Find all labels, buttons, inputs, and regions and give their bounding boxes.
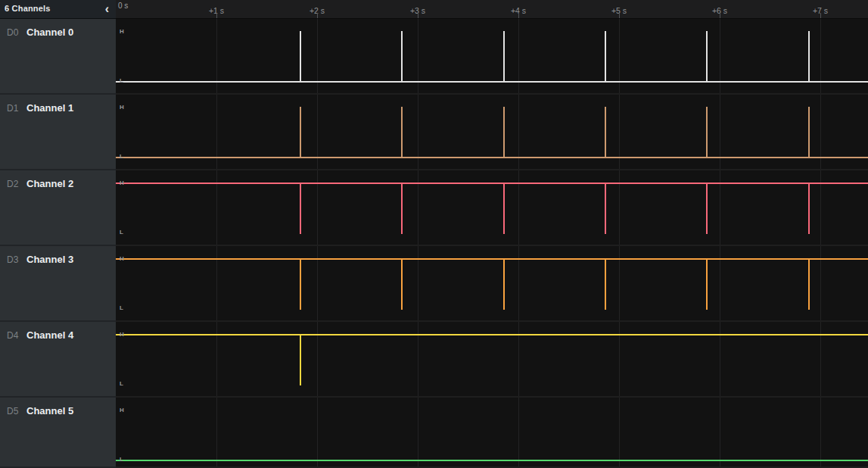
channel-count-label: 6 Channels bbox=[5, 4, 51, 13]
time-origin-label: 0 s bbox=[118, 2, 128, 10]
time-tick-mark bbox=[518, 13, 519, 18]
high-level-label: H bbox=[120, 331, 124, 338]
signal-pulse bbox=[706, 183, 708, 234]
sidebar-channel-row[interactable]: D5Channel 5 bbox=[0, 398, 116, 468]
channel-id-label: D5 bbox=[7, 406, 18, 417]
waveform-area[interactable]: HLHLHLHLHLHL bbox=[116, 19, 868, 468]
channel-name-label: Channel 5 bbox=[26, 405, 73, 417]
high-level-label: H bbox=[120, 28, 124, 35]
logic-analyzer-window: 6 Channels ‹ D0Channel 0D1Channel 1D2Cha… bbox=[0, 0, 868, 468]
signal-pulse bbox=[808, 107, 810, 158]
high-level-label: H bbox=[120, 179, 124, 186]
waveform-channel-row[interactable]: HL bbox=[116, 246, 868, 322]
sidebar-header: 6 Channels ‹ bbox=[0, 0, 116, 19]
signal-pulse bbox=[503, 107, 505, 158]
time-tick-mark bbox=[720, 13, 720, 18]
signal-baseline bbox=[116, 334, 868, 335]
waveform-channel-row[interactable]: HL bbox=[116, 398, 868, 468]
signal-pulse bbox=[300, 107, 301, 158]
waveform-channel-row[interactable]: HL bbox=[116, 322, 868, 398]
sidebar-channel-row[interactable]: D4Channel 4 bbox=[0, 322, 116, 398]
time-tick-mark bbox=[216, 13, 217, 18]
low-level-label: L bbox=[120, 229, 123, 236]
signal-pulse bbox=[605, 258, 606, 310]
signal-pulse bbox=[605, 31, 606, 83]
time-ruler[interactable]: 0 s +1 s+2 s+3 s+4 s+5 s+6 s+7 s bbox=[116, 0, 868, 19]
low-level-label: L bbox=[120, 153, 123, 160]
low-level-label: L bbox=[120, 456, 123, 463]
channel-name-label: Channel 2 bbox=[26, 178, 73, 189]
signal-baseline bbox=[116, 460, 868, 461]
low-level-label: L bbox=[120, 304, 123, 311]
channel-id-label: D4 bbox=[7, 330, 18, 341]
channel-id-label: D1 bbox=[7, 103, 18, 114]
signal-baseline bbox=[116, 157, 868, 158]
low-level-label: L bbox=[120, 77, 123, 84]
signal-pulse bbox=[706, 31, 708, 83]
high-level-label: H bbox=[120, 104, 124, 111]
channel-name-label: Channel 0 bbox=[26, 27, 73, 38]
sidebar-channel-row[interactable]: D0Channel 0 bbox=[0, 19, 116, 95]
channel-name-label: Channel 1 bbox=[26, 102, 73, 114]
low-level-label: L bbox=[120, 380, 123, 387]
signal-pulse bbox=[300, 183, 301, 234]
time-tick-mark bbox=[619, 13, 620, 18]
waveform-channel-row[interactable]: HL bbox=[116, 19, 868, 95]
waveform-channel-row[interactable]: HL bbox=[116, 95, 868, 170]
signal-pulse bbox=[605, 183, 606, 234]
time-tick-mark bbox=[317, 13, 318, 18]
time-tick-mark bbox=[418, 13, 418, 18]
time-tick-mark bbox=[820, 13, 821, 18]
channel-id-label: D0 bbox=[7, 27, 18, 38]
channel-name-label: Channel 4 bbox=[26, 329, 73, 341]
high-level-label: H bbox=[120, 255, 124, 262]
signal-pulse bbox=[706, 107, 708, 158]
sidebar-channel-row[interactable]: D3Channel 3 bbox=[0, 246, 116, 322]
signal-pulse bbox=[401, 107, 403, 158]
signal-pulse bbox=[401, 31, 403, 83]
signal-baseline bbox=[116, 81, 868, 83]
channel-sidebar: 6 Channels ‹ D0Channel 0D1Channel 1D2Cha… bbox=[0, 0, 116, 468]
channel-id-label: D3 bbox=[7, 254, 18, 265]
signal-pulse bbox=[808, 183, 810, 234]
signal-pulse bbox=[706, 258, 708, 310]
signal-baseline bbox=[116, 258, 868, 260]
signal-pulse bbox=[503, 31, 505, 83]
signal-pulse bbox=[300, 31, 301, 83]
waveform-channel-row[interactable]: HL bbox=[116, 170, 868, 246]
signal-baseline bbox=[116, 183, 868, 184]
signal-pulse bbox=[300, 334, 301, 385]
sidebar-channel-row[interactable]: D1Channel 1 bbox=[0, 95, 116, 170]
chevron-left-icon[interactable]: ‹ bbox=[105, 1, 109, 17]
signal-pulse bbox=[808, 258, 810, 310]
signal-pulse bbox=[300, 258, 301, 310]
sidebar-channel-row[interactable]: D2Channel 2 bbox=[0, 170, 116, 246]
signal-pulse bbox=[605, 107, 606, 158]
signal-pulse bbox=[808, 31, 810, 83]
signal-pulse bbox=[401, 258, 403, 310]
channel-id-label: D2 bbox=[7, 179, 18, 189]
high-level-label: H bbox=[120, 407, 124, 413]
channel-name-label: Channel 3 bbox=[26, 254, 73, 265]
signal-pulse bbox=[503, 258, 505, 310]
signal-pulse bbox=[401, 183, 403, 234]
signal-pulse bbox=[503, 183, 505, 234]
